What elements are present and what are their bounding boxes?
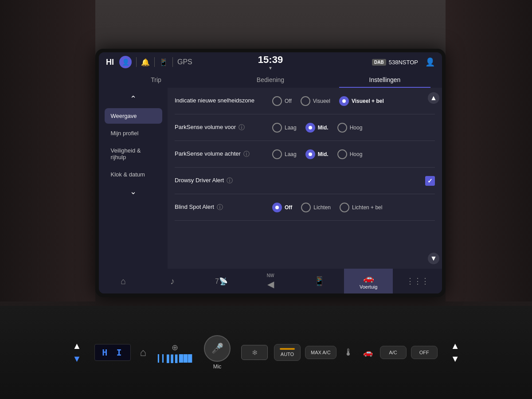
sidebar-down-arrow[interactable]: ⌄ [121, 184, 145, 199]
tab-instellingen[interactable]: Instellingen [328, 72, 442, 88]
separator [136, 57, 137, 67]
radio-parksense-achter-hoog[interactable]: Hoog [337, 149, 363, 159]
voertuig-label: Voertuig [360, 284, 377, 289]
setting-options-indicatie: Off Visueel Visueel + bel [272, 96, 435, 106]
info-icon-parksense-achter[interactable]: ⓘ [243, 150, 250, 159]
setting-row-blindspot: Blind Spot Alert ⓘ Off Lichten [175, 194, 435, 221]
gps-icon[interactable]: GPS [177, 58, 192, 66]
music-icon: ♪ [170, 276, 175, 286]
main-content: ⌃ Weergave Mijn profiel Veiligheid & rij… [99, 88, 442, 269]
setting-options-parksense-achter: Laag Mid. Hoog [272, 149, 435, 159]
radio-label-blindspot-lichten: Lichten [313, 204, 331, 211]
voertuig-icon: 🚗 [363, 273, 374, 283]
radio-indicatie-visueel[interactable]: Visueel [301, 96, 330, 106]
tab-bediening[interactable]: Bediening [213, 72, 328, 88]
info-icon-parksense-voor[interactable]: ⓘ [239, 123, 245, 132]
sidebar-item-klok[interactable]: Klok & datum [105, 167, 162, 182]
mic-button[interactable]: 🎤 [204, 335, 231, 362]
mic-icon: 🎤 [211, 343, 223, 354]
radio-icon: 7📡 [215, 277, 228, 286]
ac-button[interactable]: A/C [380, 346, 407, 359]
tab-trip[interactable]: Trip [99, 72, 213, 88]
right-up-button[interactable]: ▲ [451, 341, 460, 351]
station-name: 538NSTOP [389, 59, 418, 66]
radio-label-parksense-achter-hoog: Hoog [350, 151, 363, 157]
profile-button[interactable]: 👤 [425, 57, 435, 67]
user-icon[interactable]: 👤 [119, 56, 132, 68]
clock-display: 15:39 ▼ [258, 54, 283, 70]
sidebar-item-weergave[interactable]: Weergave [105, 108, 162, 124]
radio-indicatie-visueelbel[interactable]: Visueel + bel [339, 96, 384, 106]
radio-blindspot-off[interactable]: Off [272, 203, 292, 212]
sidebar: ⌃ Weergave Mijn profiel Veiligheid & rij… [99, 88, 168, 269]
radio-blindspot-lichtenbel[interactable]: Lichten + bel [340, 203, 382, 212]
radio-label-parksense-achter-mid: Mid. [318, 151, 329, 157]
bottom-nav-apps[interactable]: ⋮⋮⋮ [393, 269, 442, 293]
info-icon-blindspot[interactable]: ⓘ [217, 203, 223, 212]
scroll-up-arrow[interactable]: ▲ [428, 92, 439, 104]
time-value: 15:39 [258, 54, 283, 66]
status-bar: HI 👤 🔔 📱 GPS 15:39 ▼ DAB 538NSTOP 👤 [99, 52, 442, 72]
radio-display: DAB 538NSTOP [372, 59, 418, 66]
phone-icon[interactable]: 📱 [159, 58, 168, 66]
setting-options-parksense-voor: Laag Mid. Hoog [272, 123, 435, 133]
info-icon-drowsy[interactable]: ⓘ [227, 176, 233, 185]
radio-circle-parksense-voor-mid [305, 123, 315, 133]
setting-label-drowsy: Drowsy Driver Alert ⓘ [175, 176, 272, 185]
bottom-nav: ⌂ ♪ 7📡 NW ◀ 📱 🚗 Voertuig ⋮⋮⋮ [99, 269, 442, 293]
radio-parksense-achter-laag[interactable]: Laag [272, 149, 297, 159]
radio-label-indicatie-visueel: Visueel [313, 98, 330, 104]
defrost-button[interactable]: ❄ [241, 345, 268, 360]
hi-display: H I [94, 344, 131, 361]
bottom-nav-nav[interactable]: NW ◀ [246, 269, 295, 293]
radio-label-blindspot-off: Off [285, 204, 292, 211]
sidebar-up-arrow[interactable]: ⌃ [121, 91, 145, 106]
physical-controls: ▲ ▼ H I ⌂ ⊕ ▎▎▌▌▌▊▊▊ 🎤 Mic ❄ AUTO MAX A/… [0, 306, 532, 399]
radio-parksense-voor-mid[interactable]: Mid. [305, 123, 329, 133]
bottom-nav-voertuig[interactable]: 🚗 Voertuig [344, 269, 393, 293]
apps-icon: ⋮⋮⋮ [406, 276, 429, 286]
bell-icon[interactable]: 🔔 [141, 58, 150, 66]
radio-circle-indicatie-visueelbel [339, 96, 349, 106]
nav-icon: ◀ [267, 279, 274, 289]
setting-row-drowsy: Drowsy Driver Alert ⓘ [175, 168, 435, 194]
radio-circle-parksense-voor-laag [272, 123, 282, 133]
bottom-nav-music[interactable]: ♪ [148, 269, 197, 293]
radio-indicatie-off[interactable]: Off [272, 96, 292, 106]
bottom-nav-phone[interactable]: 📱 [295, 269, 344, 293]
off-button[interactable]: OFF [411, 346, 438, 359]
right-down-button[interactable]: ▼ [451, 354, 460, 364]
scroll-down-arrow[interactable]: ▼ [428, 253, 439, 264]
time-arrow: ▼ [268, 66, 273, 70]
checkbox-area-drowsy [272, 176, 435, 186]
bottom-nav-home[interactable]: ⌂ [99, 269, 148, 293]
auto-indicator [280, 348, 295, 350]
radio-blindspot-lichten[interactable]: Lichten [301, 203, 331, 212]
phone-nav-icon: 📱 [314, 276, 325, 286]
radio-circle-parksense-achter-hoog [337, 149, 347, 159]
sidebar-item-mijnprofiel[interactable]: Mijn profiel [105, 125, 162, 141]
setting-row-parksense-voor: ParkSense volume voor ⓘ Laag Mid. [175, 114, 435, 141]
left-up-button[interactable]: ▲ [73, 341, 82, 351]
setting-options-blindspot: Off Lichten Lichten + bel [272, 203, 435, 212]
seat-icon: 🚗 [363, 348, 373, 357]
radio-circle-blindspot-lichtenbel [340, 203, 349, 212]
radio-label-blindspot-lichtenbel: Lichten + bel [352, 204, 382, 211]
auto-button[interactable]: AUTO [274, 344, 301, 361]
radio-parksense-voor-laag[interactable]: Laag [272, 123, 297, 133]
settings-scroll: Indicatie nieuwe snelheidszone Off Visue… [168, 88, 442, 269]
signal-bars: ▎▎▌▌▌▊▊▊ [158, 354, 192, 363]
setting-label-blindspot: Blind Spot Alert ⓘ [175, 203, 272, 212]
radio-circle-blindspot-lichten [301, 203, 311, 212]
radio-parksense-voor-hoog[interactable]: Hoog [337, 123, 363, 133]
radio-circle-parksense-voor-hoog [337, 123, 347, 133]
left-down-button[interactable]: ▼ [73, 354, 82, 364]
sidebar-item-veiligheid[interactable]: Veiligheid & rijhulp [105, 143, 162, 165]
fan-icon: ⊕ [172, 343, 178, 352]
radio-circle-indicatie-off [272, 96, 282, 106]
ac-wiper-icon: 🌡 [344, 347, 353, 358]
bottom-nav-radio[interactable]: 7📡 [197, 269, 246, 293]
radio-circle-parksense-achter-mid [305, 149, 315, 159]
max-ac-button[interactable]: MAX A/C [305, 346, 336, 359]
radio-parksense-achter-mid[interactable]: Mid. [305, 149, 329, 159]
